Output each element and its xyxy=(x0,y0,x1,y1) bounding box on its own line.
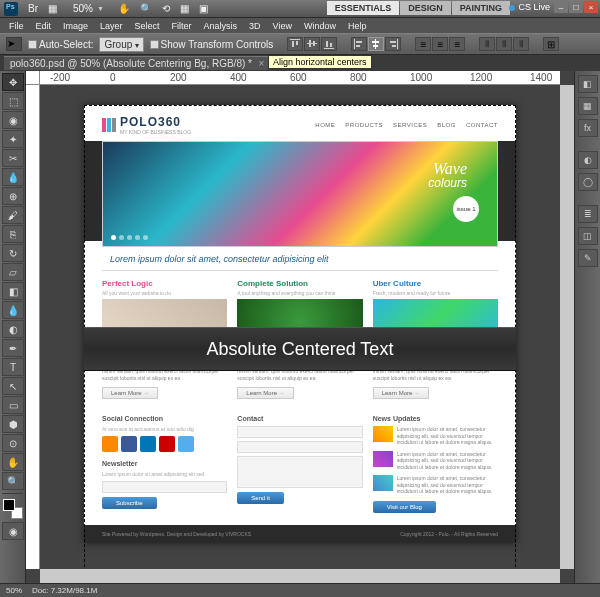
move-tool[interactable]: ✥ xyxy=(2,73,24,91)
menu-file[interactable]: File xyxy=(4,20,29,32)
styles-panel-icon[interactable]: fx xyxy=(578,119,598,137)
type-tool[interactable]: T xyxy=(2,358,24,376)
status-zoom[interactable]: 50% xyxy=(6,586,22,595)
rss-icon[interactable] xyxy=(102,436,118,452)
quickmask-tool[interactable]: ◉ xyxy=(2,522,24,540)
rotate-view-icon[interactable]: ⟲ xyxy=(158,2,174,15)
align-bottom-icon[interactable] xyxy=(321,37,337,51)
canvas[interactable]: POLO360MY KIND OF BUSINESS BLOG HOME PRO… xyxy=(40,85,560,569)
distribute-hcenter-icon[interactable]: ⦀ xyxy=(496,37,512,51)
zoom-level[interactable]: 50% xyxy=(73,3,93,14)
linkedin-icon[interactable] xyxy=(140,436,156,452)
path-tool[interactable]: ↖ xyxy=(2,377,24,395)
align-top-icon[interactable] xyxy=(287,37,303,51)
subscribe-button[interactable]: Subscribe xyxy=(102,497,157,509)
contact-name-input[interactable] xyxy=(237,426,362,438)
photoshop-icon[interactable] xyxy=(4,2,18,16)
menu-view[interactable]: View xyxy=(268,20,297,32)
workspace-design[interactable]: DESIGN xyxy=(400,1,451,15)
send-button[interactable]: Send it xyxy=(237,492,284,504)
newsletter-input[interactable] xyxy=(102,481,227,493)
window-close-icon[interactable]: × xyxy=(584,1,598,13)
wand-tool[interactable]: ✦ xyxy=(2,130,24,148)
crop-tool[interactable]: ✂ xyxy=(2,149,24,167)
history-brush-tool[interactable]: ↻ xyxy=(2,244,24,262)
menu-layer[interactable]: Layer xyxy=(95,20,128,32)
pen-tool[interactable]: ✒ xyxy=(2,339,24,357)
layers-panel-icon[interactable]: ≣ xyxy=(578,205,598,223)
facebook-icon[interactable] xyxy=(121,436,137,452)
menu-analysis[interactable]: Analysis xyxy=(199,20,243,32)
hand-tool-icon[interactable]: ✋ xyxy=(114,2,134,15)
auto-align-icon[interactable]: ⊞ xyxy=(543,37,559,51)
learn-more-1[interactable]: Learn More xyxy=(102,387,158,399)
align-right-icon[interactable] xyxy=(385,37,401,51)
align-hcenter-icon[interactable] xyxy=(368,37,384,51)
ruler-vertical[interactable] xyxy=(26,85,40,569)
auto-select-dropdown[interactable]: Group ▾ xyxy=(99,37,143,52)
color-panel-icon[interactable]: ◧ xyxy=(578,75,598,93)
contact-email-input[interactable] xyxy=(237,441,362,453)
distribute-left-icon[interactable]: ⦀ xyxy=(479,37,495,51)
paths-panel-icon[interactable]: ✎ xyxy=(578,249,598,267)
nav-services[interactable]: SERVICES xyxy=(393,122,427,128)
menu-filter[interactable]: Filter xyxy=(167,20,197,32)
close-tab-icon[interactable]: × xyxy=(258,58,264,69)
nav-blog[interactable]: BLOG xyxy=(437,122,456,128)
distribute-top-icon[interactable]: ≡ xyxy=(415,37,431,51)
arrange-icon[interactable]: ▦ xyxy=(176,2,193,15)
marquee-tool[interactable]: ⬚ xyxy=(2,92,24,110)
move-tool-preset-icon[interactable]: ➤ xyxy=(6,37,22,51)
lasso-tool[interactable]: ◉ xyxy=(2,111,24,129)
ruler-horizontal[interactable]: -200 0 200 400 600 800 1000 1200 1400 xyxy=(40,71,560,85)
youtube-icon[interactable] xyxy=(159,436,175,452)
stamp-tool[interactable]: ⎘ xyxy=(2,225,24,243)
zoom-tool-icon[interactable]: 🔍 xyxy=(136,2,156,15)
nav-contact[interactable]: CONTACT xyxy=(466,122,498,128)
channels-panel-icon[interactable]: ◫ xyxy=(578,227,598,245)
cs-live[interactable]: CS Live xyxy=(509,2,550,12)
show-transform-checkbox[interactable]: Show Transform Controls xyxy=(150,39,274,50)
blur-tool[interactable]: 💧 xyxy=(2,301,24,319)
swatches-panel-icon[interactable]: ▦ xyxy=(578,97,598,115)
window-minimize-icon[interactable]: – xyxy=(554,1,568,13)
visit-blog-button[interactable]: Visit our Blog xyxy=(373,501,436,513)
auto-select-checkbox[interactable]: Auto-Select: xyxy=(28,39,93,50)
distribute-vcenter-icon[interactable]: ≡ xyxy=(432,37,448,51)
workspace-essentials[interactable]: ESSENTIALS xyxy=(327,1,400,15)
workspace-painting[interactable]: PAINTING xyxy=(452,1,510,15)
dodge-tool[interactable]: ◐ xyxy=(2,320,24,338)
bridge-icon[interactable]: Br xyxy=(24,2,42,15)
document-tab[interactable]: polo360.psd @ 50% (Absolute Centering Bg… xyxy=(4,56,270,70)
zoom-canvas-tool[interactable]: 🔍 xyxy=(2,472,24,490)
3d-camera-tool[interactable]: ⊙ xyxy=(2,434,24,452)
align-left-icon[interactable] xyxy=(351,37,367,51)
color-swatches[interactable] xyxy=(3,499,23,519)
menu-image[interactable]: Image xyxy=(58,20,93,32)
eyedropper-tool[interactable]: 💧 xyxy=(2,168,24,186)
masks-panel-icon[interactable]: ◯ xyxy=(578,173,598,191)
menu-edit[interactable]: Edit xyxy=(31,20,57,32)
gradient-tool[interactable]: ◧ xyxy=(2,282,24,300)
align-vcenter-icon[interactable] xyxy=(304,37,320,51)
window-maximize-icon[interactable]: □ xyxy=(569,1,583,13)
status-doc[interactable]: Doc: 7.32M/98.1M xyxy=(32,586,97,595)
shape-tool[interactable]: ▭ xyxy=(2,396,24,414)
minibridge-icon[interactable]: ▦ xyxy=(44,2,61,15)
distribute-bottom-icon[interactable]: ≡ xyxy=(449,37,465,51)
nav-home[interactable]: HOME xyxy=(315,122,335,128)
healing-tool[interactable]: ⊕ xyxy=(2,187,24,205)
menu-3d[interactable]: 3D xyxy=(244,20,266,32)
3d-tool[interactable]: ⬢ xyxy=(2,415,24,433)
menu-help[interactable]: Help xyxy=(343,20,372,32)
eraser-tool[interactable]: ▱ xyxy=(2,263,24,281)
menu-window[interactable]: Window xyxy=(299,20,341,32)
hand-tool[interactable]: ✋ xyxy=(2,453,24,471)
zoom-dropdown-icon[interactable]: ▼ xyxy=(97,5,104,12)
contact-message-input[interactable] xyxy=(237,456,362,488)
nav-products[interactable]: PRODUCTS xyxy=(345,122,383,128)
scrollbar-horizontal[interactable] xyxy=(40,569,560,583)
adjustments-panel-icon[interactable]: ◐ xyxy=(578,151,598,169)
learn-more-3[interactable]: Learn More xyxy=(373,387,429,399)
scrollbar-vertical[interactable] xyxy=(560,85,574,569)
